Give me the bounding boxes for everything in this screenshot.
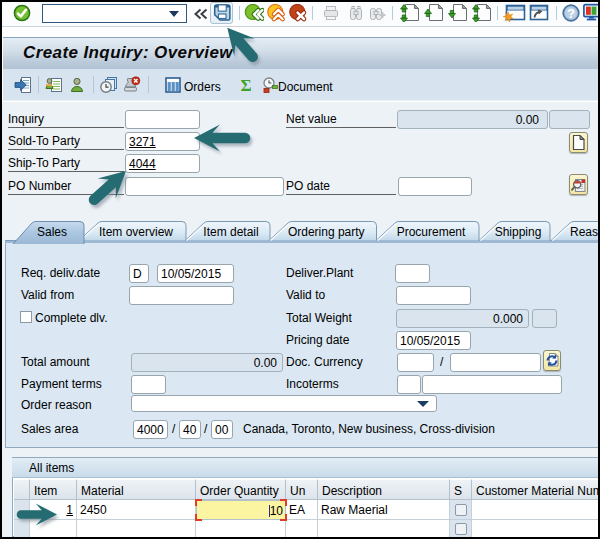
svg-text:Procurement: Procurement (397, 225, 466, 239)
svg-text:Item detail: Item detail (203, 225, 258, 239)
svg-text:Shipping: Shipping (495, 225, 542, 239)
svg-text:?: ? (567, 6, 575, 21)
svg-text:Sales: Sales (37, 225, 67, 239)
svg-text:Ordering party: Ordering party (288, 225, 365, 239)
svg-text:Item overview: Item overview (99, 225, 173, 239)
svg-text:Reason: Reason (570, 225, 600, 239)
svg-text:Σ: Σ (240, 76, 251, 93)
